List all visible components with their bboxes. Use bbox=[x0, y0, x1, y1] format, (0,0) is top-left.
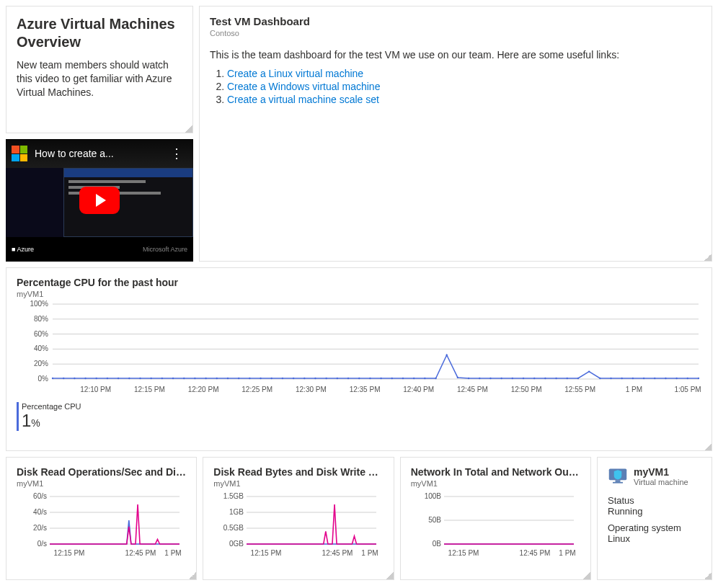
dashboard-link-1[interactable]: Create a Linux virtual machine bbox=[227, 68, 363, 79]
dashboard-description: This is the team dashboard for the test … bbox=[210, 49, 701, 61]
svg-text:0/s: 0/s bbox=[37, 540, 47, 548]
dashboard-link-2[interactable]: Create a Windows virtual machine bbox=[227, 81, 380, 92]
svg-text:12:20 PM: 12:20 PM bbox=[188, 386, 219, 393]
svg-text:12:35 PM: 12:35 PM bbox=[350, 386, 381, 393]
svg-text:1GB: 1GB bbox=[229, 508, 244, 516]
svg-text:12:45 PM: 12:45 PM bbox=[322, 549, 353, 557]
cpu-chart-tile[interactable]: Percentage CPU for the past hour myVM1 0… bbox=[6, 267, 712, 451]
dashboard-links: Create a Linux virtual machine Create a … bbox=[210, 68, 701, 105]
video-brand-left: ■ Azure bbox=[12, 246, 34, 253]
cpu-chart[interactable]: 0%20%40%60%80%100%12:10 PM12:15 PM12:20 … bbox=[17, 298, 703, 399]
svg-text:20%: 20% bbox=[34, 360, 48, 368]
resize-handle-icon[interactable] bbox=[189, 572, 196, 579]
svg-text:0GB: 0GB bbox=[229, 540, 244, 548]
video-thumbnail[interactable]: How to create a... ⋮ ■ Azure Microsoft A… bbox=[6, 139, 193, 262]
video-tile[interactable]: How to create a... ⋮ ■ Azure Microsoft A… bbox=[6, 139, 193, 262]
svg-text:1 PM: 1 PM bbox=[362, 549, 378, 557]
overview-text: New team members should watch this video… bbox=[17, 58, 182, 99]
svg-text:12:30 PM: 12:30 PM bbox=[296, 386, 327, 393]
video-more-icon[interactable]: ⋮ bbox=[170, 146, 185, 161]
svg-text:12:15 PM: 12:15 PM bbox=[251, 549, 282, 557]
cpu-legend-value: 1% bbox=[22, 411, 81, 431]
svg-text:12:10 PM: 12:10 PM bbox=[80, 386, 111, 393]
vm-icon bbox=[608, 466, 628, 486]
svg-text:50B: 50B bbox=[428, 516, 441, 524]
vm-type: Virtual machine bbox=[634, 478, 688, 486]
svg-text:0%: 0% bbox=[38, 375, 49, 383]
vm-os-label: Operating system bbox=[608, 522, 701, 533]
cpu-legend-label: Percentage CPU bbox=[22, 402, 81, 411]
dashboard-link-3[interactable]: Create a virtual machine scale set bbox=[227, 94, 379, 105]
network-tile[interactable]: Network In Total and Network Out... myVM… bbox=[400, 457, 591, 580]
resize-handle-icon[interactable] bbox=[386, 572, 394, 579]
svg-rect-117 bbox=[613, 482, 623, 484]
network-title: Network In Total and Network Out... bbox=[411, 466, 580, 478]
vm-name: myVM1 bbox=[634, 466, 688, 478]
disk-ops-title: Disk Read Operations/Sec and Dis... bbox=[17, 466, 186, 478]
svg-text:0B: 0B bbox=[432, 540, 441, 548]
disk-bytes-chart[interactable]: 0GB0.5GB1GB1.5GB12:15 PM12:45 PM1 PM bbox=[213, 488, 379, 560]
svg-text:1:05 PM: 1:05 PM bbox=[674, 386, 701, 393]
disk-bytes-resource: myVM1 bbox=[213, 479, 383, 488]
dashboard-info-tile: Test VM Dashboard Contoso This is the te… bbox=[199, 6, 712, 262]
cpu-chart-title: Percentage CPU for the past hour bbox=[17, 277, 701, 288]
svg-text:1 PM: 1 PM bbox=[164, 549, 181, 557]
disk-ops-tile[interactable]: Disk Read Operations/Sec and Dis... myVM… bbox=[6, 457, 197, 580]
svg-text:12:55 PM: 12:55 PM bbox=[564, 386, 595, 393]
svg-text:12:15 PM: 12:15 PM bbox=[448, 549, 479, 557]
network-resource: myVM1 bbox=[411, 479, 580, 488]
disk-bytes-tile[interactable]: Disk Read Bytes and Disk Write By... myV… bbox=[203, 457, 394, 580]
svg-text:12:15 PM: 12:15 PM bbox=[134, 386, 165, 393]
overview-title: Azure Virtual Machines Overview bbox=[17, 15, 182, 51]
resize-handle-icon[interactable] bbox=[583, 572, 590, 579]
svg-text:12:25 PM: 12:25 PM bbox=[241, 386, 272, 393]
svg-text:100%: 100% bbox=[30, 300, 48, 308]
svg-text:12:45 PM: 12:45 PM bbox=[457, 386, 488, 393]
resize-handle-icon[interactable] bbox=[704, 572, 712, 579]
svg-text:40%: 40% bbox=[34, 344, 48, 352]
svg-text:12:45 PM: 12:45 PM bbox=[519, 549, 550, 557]
svg-text:0.5GB: 0.5GB bbox=[223, 524, 244, 532]
vm-info-tile[interactable]: myVM1 Virtual machine Status Running Ope… bbox=[597, 457, 712, 580]
svg-text:1 PM: 1 PM bbox=[559, 549, 575, 557]
svg-text:100B: 100B bbox=[424, 492, 441, 500]
dashboard-title: Test VM Dashboard bbox=[210, 15, 701, 27]
resize-handle-icon[interactable] bbox=[704, 443, 712, 450]
svg-text:80%: 80% bbox=[34, 315, 48, 323]
cpu-legend: Percentage CPU 1% bbox=[17, 402, 701, 431]
resize-handle-icon[interactable] bbox=[704, 254, 712, 261]
svg-text:1 PM: 1 PM bbox=[626, 386, 642, 393]
network-chart[interactable]: 0B50B100B12:15 PM12:45 PM1 PM bbox=[411, 488, 577, 560]
svg-text:12:50 PM: 12:50 PM bbox=[511, 386, 542, 393]
cpu-chart-resource: myVM1 bbox=[17, 290, 701, 298]
disk-bytes-title: Disk Read Bytes and Disk Write By... bbox=[213, 466, 383, 478]
video-brand-right: Microsoft Azure bbox=[143, 246, 187, 253]
svg-text:60%: 60% bbox=[34, 330, 48, 338]
dashboard-subtitle: Contoso bbox=[210, 29, 701, 37]
svg-text:40/s: 40/s bbox=[33, 508, 47, 516]
video-scene-left bbox=[6, 168, 63, 237]
disk-ops-chart[interactable]: 0/s20/s40/s60/s12:15 PM12:45 PM1 PM bbox=[17, 488, 182, 560]
svg-text:60/s: 60/s bbox=[33, 492, 47, 500]
svg-text:20/s: 20/s bbox=[33, 524, 47, 532]
svg-text:12:15 PM: 12:15 PM bbox=[54, 549, 85, 557]
windows-logo-icon bbox=[12, 146, 27, 161]
disk-ops-resource: myVM1 bbox=[17, 479, 186, 488]
svg-text:12:40 PM: 12:40 PM bbox=[403, 386, 434, 393]
resize-handle-icon[interactable] bbox=[185, 125, 192, 133]
svg-text:1.5GB: 1.5GB bbox=[223, 492, 244, 500]
svg-text:12:45 PM: 12:45 PM bbox=[125, 549, 156, 557]
overview-tile: Azure Virtual Machines Overview New team… bbox=[6, 6, 193, 133]
play-button-icon[interactable] bbox=[79, 187, 120, 214]
video-title: How to create a... bbox=[35, 148, 163, 159]
vm-os-value: Linux bbox=[608, 533, 701, 544]
vm-status-value: Running bbox=[608, 506, 701, 517]
vm-status-label: Status bbox=[608, 495, 701, 506]
svg-rect-116 bbox=[616, 480, 621, 482]
